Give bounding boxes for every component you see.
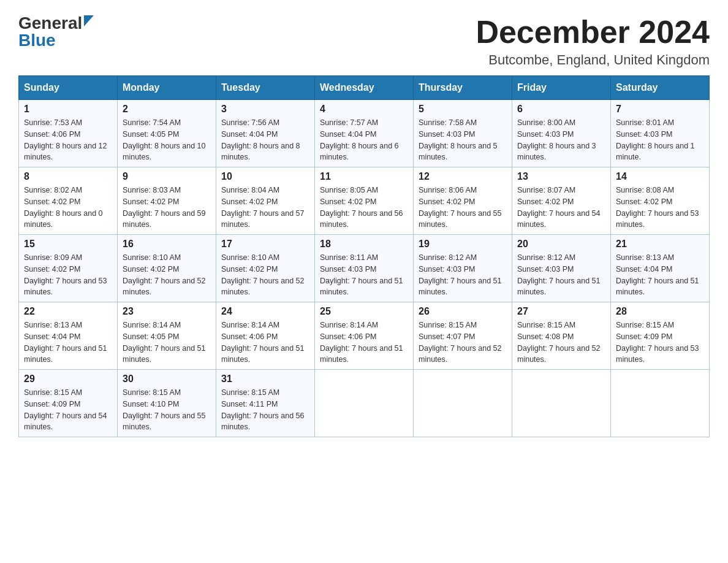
day-info: Sunrise: 7:58 AMSunset: 4:03 PMDaylight:… bbox=[419, 117, 507, 163]
column-header-friday: Friday bbox=[512, 76, 611, 100]
title-area: December 2024 Butcombe, England, United … bbox=[476, 15, 710, 68]
column-header-sunday: Sunday bbox=[19, 76, 118, 100]
day-info: Sunrise: 8:15 AMSunset: 4:11 PMDaylight:… bbox=[221, 387, 309, 433]
calendar-day-cell bbox=[512, 370, 611, 437]
day-number: 19 bbox=[419, 239, 507, 250]
calendar-day-cell: 16Sunrise: 8:10 AMSunset: 4:02 PMDayligh… bbox=[118, 235, 216, 302]
calendar-week-row: 8Sunrise: 8:02 AMSunset: 4:02 PMDaylight… bbox=[19, 167, 710, 235]
calendar-day-cell: 5Sunrise: 7:58 AMSunset: 4:03 PMDaylight… bbox=[414, 100, 512, 167]
day-info: Sunrise: 7:57 AMSunset: 4:04 PMDaylight:… bbox=[320, 117, 408, 163]
calendar-day-cell: 3Sunrise: 7:56 AMSunset: 4:04 PMDaylight… bbox=[216, 100, 315, 167]
calendar-day-cell: 7Sunrise: 8:01 AMSunset: 4:03 PMDaylight… bbox=[611, 100, 710, 167]
column-header-wednesday: Wednesday bbox=[315, 76, 414, 100]
day-info: Sunrise: 8:01 AMSunset: 4:03 PMDaylight:… bbox=[616, 117, 704, 163]
calendar-day-cell: 15Sunrise: 8:09 AMSunset: 4:02 PMDayligh… bbox=[19, 235, 118, 302]
day-info: Sunrise: 8:14 AMSunset: 4:06 PMDaylight:… bbox=[320, 320, 408, 366]
svg-marker-0 bbox=[84, 15, 94, 26]
calendar-day-cell: 14Sunrise: 8:08 AMSunset: 4:02 PMDayligh… bbox=[611, 167, 710, 235]
month-title: December 2024 bbox=[476, 15, 710, 50]
day-number: 7 bbox=[616, 104, 704, 115]
calendar-day-cell: 21Sunrise: 8:13 AMSunset: 4:04 PMDayligh… bbox=[611, 235, 710, 302]
calendar-header-row: SundayMondayTuesdayWednesdayThursdayFrid… bbox=[19, 76, 710, 100]
day-info: Sunrise: 8:12 AMSunset: 4:03 PMDaylight:… bbox=[419, 252, 507, 298]
day-number: 31 bbox=[221, 373, 309, 385]
day-info: Sunrise: 8:14 AMSunset: 4:06 PMDaylight:… bbox=[221, 320, 309, 366]
calendar-day-cell bbox=[611, 370, 710, 437]
column-header-saturday: Saturday bbox=[611, 76, 710, 100]
calendar-day-cell: 26Sunrise: 8:15 AMSunset: 4:07 PMDayligh… bbox=[414, 302, 512, 370]
calendar-day-cell: 6Sunrise: 8:00 AMSunset: 4:03 PMDaylight… bbox=[512, 100, 611, 167]
calendar-table: SundayMondayTuesdayWednesdayThursdayFrid… bbox=[18, 75, 710, 437]
day-info: Sunrise: 8:05 AMSunset: 4:02 PMDaylight:… bbox=[320, 185, 408, 231]
day-info: Sunrise: 8:13 AMSunset: 4:04 PMDaylight:… bbox=[616, 252, 704, 298]
day-number: 22 bbox=[24, 306, 112, 317]
logo: General Blue bbox=[18, 15, 94, 49]
calendar-day-cell bbox=[315, 370, 414, 437]
calendar-day-cell: 25Sunrise: 8:14 AMSunset: 4:06 PMDayligh… bbox=[315, 302, 414, 370]
day-info: Sunrise: 8:15 AMSunset: 4:09 PMDaylight:… bbox=[616, 320, 704, 366]
day-number: 21 bbox=[616, 239, 704, 250]
calendar-day-cell: 9Sunrise: 8:03 AMSunset: 4:02 PMDaylight… bbox=[118, 167, 216, 235]
day-info: Sunrise: 8:10 AMSunset: 4:02 PMDaylight:… bbox=[123, 252, 211, 298]
logo-blue-text: Blue bbox=[18, 32, 94, 49]
day-number: 4 bbox=[320, 104, 408, 115]
calendar-day-cell: 22Sunrise: 8:13 AMSunset: 4:04 PMDayligh… bbox=[19, 302, 118, 370]
day-info: Sunrise: 8:12 AMSunset: 4:03 PMDaylight:… bbox=[517, 252, 605, 298]
day-number: 8 bbox=[24, 171, 112, 182]
day-info: Sunrise: 8:09 AMSunset: 4:02 PMDaylight:… bbox=[24, 252, 112, 298]
day-info: Sunrise: 8:10 AMSunset: 4:02 PMDaylight:… bbox=[221, 252, 309, 298]
calendar-day-cell: 19Sunrise: 8:12 AMSunset: 4:03 PMDayligh… bbox=[414, 235, 512, 302]
location-title: Butcombe, England, United Kingdom bbox=[476, 52, 710, 68]
day-number: 28 bbox=[616, 306, 704, 317]
day-number: 27 bbox=[517, 306, 605, 317]
calendar-day-cell: 8Sunrise: 8:02 AMSunset: 4:02 PMDaylight… bbox=[19, 167, 118, 235]
day-number: 1 bbox=[24, 104, 112, 115]
day-number: 9 bbox=[123, 171, 211, 182]
calendar-day-cell: 29Sunrise: 8:15 AMSunset: 4:09 PMDayligh… bbox=[19, 370, 118, 437]
day-info: Sunrise: 8:15 AMSunset: 4:08 PMDaylight:… bbox=[517, 320, 605, 366]
calendar-day-cell: 13Sunrise: 8:07 AMSunset: 4:02 PMDayligh… bbox=[512, 167, 611, 235]
calendar-day-cell: 18Sunrise: 8:11 AMSunset: 4:03 PMDayligh… bbox=[315, 235, 414, 302]
day-info: Sunrise: 8:13 AMSunset: 4:04 PMDaylight:… bbox=[24, 320, 112, 366]
day-info: Sunrise: 7:53 AMSunset: 4:06 PMDaylight:… bbox=[24, 117, 112, 163]
calendar-day-cell: 11Sunrise: 8:05 AMSunset: 4:02 PMDayligh… bbox=[315, 167, 414, 235]
calendar-day-cell bbox=[414, 370, 512, 437]
day-number: 29 bbox=[24, 373, 112, 385]
calendar-day-cell: 20Sunrise: 8:12 AMSunset: 4:03 PMDayligh… bbox=[512, 235, 611, 302]
day-info: Sunrise: 8:02 AMSunset: 4:02 PMDaylight:… bbox=[24, 185, 112, 231]
day-number: 3 bbox=[221, 104, 309, 115]
day-number: 2 bbox=[123, 104, 211, 115]
day-number: 25 bbox=[320, 306, 408, 317]
calendar-week-row: 1Sunrise: 7:53 AMSunset: 4:06 PMDaylight… bbox=[19, 100, 710, 167]
day-info: Sunrise: 8:00 AMSunset: 4:03 PMDaylight:… bbox=[517, 117, 605, 163]
day-number: 18 bbox=[320, 239, 408, 250]
day-info: Sunrise: 7:56 AMSunset: 4:04 PMDaylight:… bbox=[221, 117, 309, 163]
column-header-monday: Monday bbox=[118, 76, 216, 100]
calendar-day-cell: 27Sunrise: 8:15 AMSunset: 4:08 PMDayligh… bbox=[512, 302, 611, 370]
day-info: Sunrise: 8:11 AMSunset: 4:03 PMDaylight:… bbox=[320, 252, 408, 298]
day-number: 20 bbox=[517, 239, 605, 250]
day-number: 12 bbox=[419, 171, 507, 182]
calendar-day-cell: 28Sunrise: 8:15 AMSunset: 4:09 PMDayligh… bbox=[611, 302, 710, 370]
day-info: Sunrise: 8:15 AMSunset: 4:10 PMDaylight:… bbox=[123, 387, 211, 433]
day-number: 11 bbox=[320, 171, 408, 182]
day-number: 30 bbox=[123, 373, 211, 385]
day-number: 15 bbox=[24, 239, 112, 250]
day-number: 24 bbox=[221, 306, 309, 317]
day-number: 10 bbox=[221, 171, 309, 182]
calendar-week-row: 15Sunrise: 8:09 AMSunset: 4:02 PMDayligh… bbox=[19, 235, 710, 302]
calendar-day-cell: 23Sunrise: 8:14 AMSunset: 4:05 PMDayligh… bbox=[118, 302, 216, 370]
day-info: Sunrise: 8:04 AMSunset: 4:02 PMDaylight:… bbox=[221, 185, 309, 231]
day-info: Sunrise: 8:14 AMSunset: 4:05 PMDaylight:… bbox=[123, 320, 211, 366]
day-number: 5 bbox=[419, 104, 507, 115]
day-info: Sunrise: 8:08 AMSunset: 4:02 PMDaylight:… bbox=[616, 185, 704, 231]
day-info: Sunrise: 7:54 AMSunset: 4:05 PMDaylight:… bbox=[123, 117, 211, 163]
calendar-day-cell: 2Sunrise: 7:54 AMSunset: 4:05 PMDaylight… bbox=[118, 100, 216, 167]
day-info: Sunrise: 8:07 AMSunset: 4:02 PMDaylight:… bbox=[517, 185, 605, 231]
day-number: 17 bbox=[221, 239, 309, 250]
day-number: 13 bbox=[517, 171, 605, 182]
calendar-week-row: 29Sunrise: 8:15 AMSunset: 4:09 PMDayligh… bbox=[19, 370, 710, 437]
day-info: Sunrise: 8:03 AMSunset: 4:02 PMDaylight:… bbox=[123, 185, 211, 231]
day-info: Sunrise: 8:15 AMSunset: 4:09 PMDaylight:… bbox=[24, 387, 112, 433]
day-number: 23 bbox=[123, 306, 211, 317]
